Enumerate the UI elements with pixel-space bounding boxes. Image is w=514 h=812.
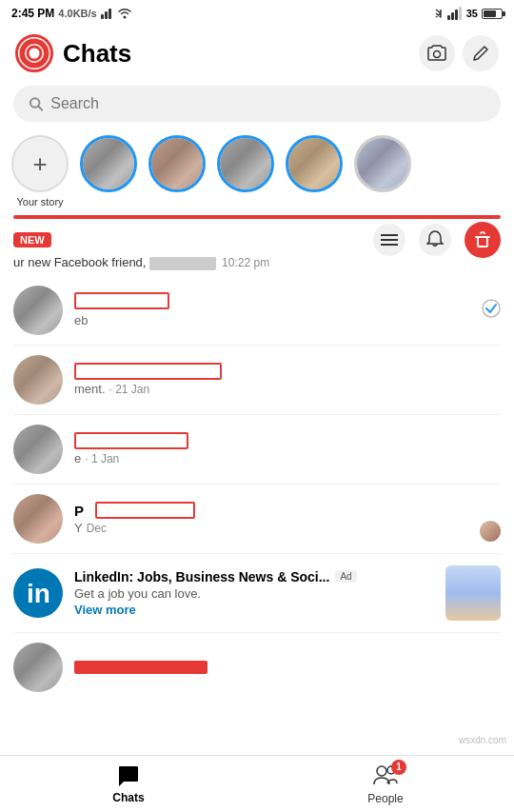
story-item-5[interactable] bbox=[354, 135, 411, 192]
trash-icon bbox=[473, 230, 492, 249]
chat-item-5[interactable] bbox=[0, 633, 514, 702]
chat-content-3: e · 1 Jan bbox=[74, 432, 501, 465]
your-story-label: Your story bbox=[16, 196, 63, 208]
menu-button[interactable] bbox=[373, 224, 405, 256]
chat-name-redacted-2 bbox=[74, 363, 222, 380]
bluetooth-icon bbox=[434, 7, 444, 20]
nav-people[interactable]: 1 People bbox=[257, 758, 514, 811]
nav-people-label: People bbox=[367, 792, 403, 805]
story-avatar-2 bbox=[148, 135, 206, 192]
chat-meta-row-2: ment. · 21 Jan bbox=[74, 382, 501, 396]
ad-title: LinkedIn: Jobs, Business News & Soci... bbox=[74, 569, 329, 584]
mini-avatar-4 bbox=[480, 521, 501, 542]
svg-rect-4 bbox=[447, 15, 450, 20]
story-item-2[interactable] bbox=[148, 135, 206, 192]
ad-item-linkedin[interactable]: in LinkedIn: Jobs, Business News & Soci.… bbox=[0, 554, 514, 632]
read-status-1 bbox=[482, 299, 501, 322]
signal-bars-icon bbox=[447, 7, 463, 20]
edit-button[interactable] bbox=[463, 35, 499, 71]
svg-line-12 bbox=[38, 107, 42, 110]
chat-name-redacted-1 bbox=[74, 292, 169, 309]
chat-meta-3: e bbox=[74, 451, 81, 465]
story-item-1[interactable] bbox=[80, 135, 137, 192]
ad-image bbox=[445, 565, 501, 621]
battery-icon bbox=[482, 9, 503, 19]
chat-name-row-4: P bbox=[74, 502, 501, 519]
action-icons-row bbox=[373, 222, 501, 258]
header-actions bbox=[419, 35, 499, 71]
svg-text:in: in bbox=[27, 579, 50, 608]
ad-view-more-link[interactable]: View more bbox=[74, 603, 434, 617]
wifi-icon bbox=[118, 7, 131, 20]
chat-item-4[interactable]: P Y Dec bbox=[0, 485, 514, 553]
status-time: 2:45 PM bbox=[11, 7, 54, 20]
messenger-icon bbox=[19, 38, 49, 69]
new-badge: NEW bbox=[13, 232, 51, 248]
status-bar: 2:45 PM 4.0KB/s 35 bbox=[0, 0, 514, 27]
svg-point-17 bbox=[483, 300, 500, 317]
chat-name-row-2 bbox=[74, 363, 501, 380]
app-header: Chats bbox=[0, 27, 514, 82]
camera-button[interactable] bbox=[419, 35, 455, 71]
status-right: 35 bbox=[434, 7, 503, 20]
nav-chats[interactable]: Chats bbox=[0, 759, 257, 810]
chat-content-1: eb bbox=[74, 292, 501, 328]
header-title: Chats bbox=[63, 39, 131, 69]
signal-icon bbox=[101, 7, 114, 20]
chat-content-2: ment. · 21 Jan bbox=[74, 363, 501, 396]
ad-content: LinkedIn: Jobs, Business News & Soci... … bbox=[74, 569, 434, 617]
camera-icon bbox=[427, 45, 446, 62]
notifications-button[interactable] bbox=[419, 224, 451, 256]
story-avatar-3 bbox=[217, 135, 274, 192]
your-story-item[interactable]: + Your story bbox=[11, 135, 69, 208]
stories-row: + Your story bbox=[0, 131, 514, 215]
notif-text: ur new Facebook friend, bbox=[13, 255, 216, 270]
chat-meta-row-4: Y Dec bbox=[74, 521, 501, 535]
messenger-logo bbox=[15, 34, 53, 72]
new-section: NEW bbox=[0, 225, 514, 251]
svg-rect-2 bbox=[109, 9, 111, 19]
edit-icon bbox=[472, 45, 489, 62]
chat-time-4: Dec bbox=[87, 522, 107, 535]
plus-icon: + bbox=[32, 149, 47, 179]
linkedin-avatar: in bbox=[13, 568, 63, 618]
story-avatar-4 bbox=[286, 135, 343, 192]
chat-time-3: · 1 Jan bbox=[85, 452, 119, 465]
chat-meta-1: eb bbox=[74, 313, 88, 327]
new-badge-section: NEW bbox=[13, 232, 51, 248]
watermark: wsxdn.com bbox=[459, 735, 506, 745]
menu-icon bbox=[381, 233, 398, 247]
status-data: 4.0KB/s bbox=[58, 8, 96, 19]
chat-avatar-2 bbox=[13, 355, 63, 405]
chat-item-1[interactable]: eb bbox=[0, 276, 514, 345]
svg-rect-7 bbox=[459, 7, 462, 20]
delete-button[interactable] bbox=[465, 222, 501, 258]
chat-content-5 bbox=[74, 661, 501, 674]
chat-avatar-1 bbox=[13, 286, 63, 335]
chat-item-3[interactable]: e · 1 Jan bbox=[0, 415, 514, 484]
story-avatar-1 bbox=[80, 135, 137, 192]
story-item-4[interactable] bbox=[286, 135, 343, 192]
chat-name-row-1 bbox=[74, 292, 501, 309]
chat-meta-2: ment. bbox=[74, 382, 106, 396]
read-tick-icon bbox=[482, 299, 501, 318]
linkedin-icon: in bbox=[22, 577, 54, 609]
svg-rect-6 bbox=[455, 10, 458, 20]
story-item-3[interactable] bbox=[217, 135, 274, 192]
chat-nav-icon bbox=[116, 764, 141, 789]
add-story-button[interactable]: + bbox=[11, 135, 69, 192]
people-badge-count: 1 bbox=[391, 760, 406, 775]
chat-name-redacted-4 bbox=[95, 502, 195, 519]
search-input[interactable] bbox=[50, 95, 485, 112]
chat-avatar-3 bbox=[13, 425, 63, 474]
search-bar[interactable] bbox=[13, 86, 501, 122]
svg-point-19 bbox=[377, 766, 386, 776]
chat-name-prefix-4: P bbox=[74, 503, 84, 519]
ad-description: Get a job you can love. bbox=[74, 586, 434, 601]
notif-content: ur new Facebook friend, 10:22 pm bbox=[13, 255, 269, 270]
svg-point-3 bbox=[123, 16, 126, 19]
chat-item-2[interactable]: ment. · 21 Jan bbox=[0, 346, 514, 414]
svg-point-10 bbox=[434, 51, 441, 58]
chat-name-row-3 bbox=[74, 432, 501, 449]
chat-meta-row-3: e · 1 Jan bbox=[74, 451, 501, 465]
